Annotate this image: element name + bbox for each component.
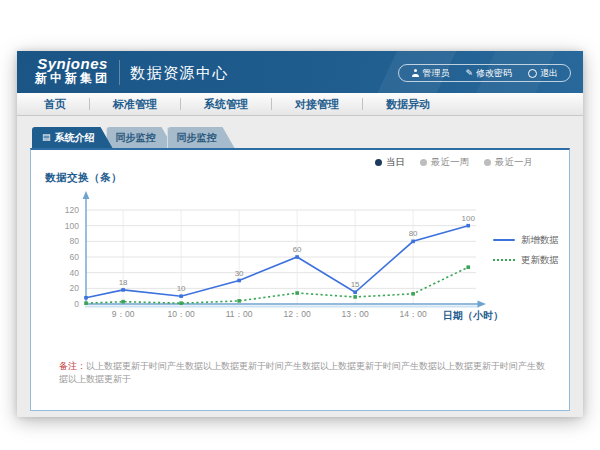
- svg-text:80: 80: [70, 236, 80, 246]
- change-password-button[interactable]: ✎ 修改密码: [457, 67, 520, 80]
- content-area: ▤ 系统介绍 同步监控 同步监控 当日 最近一周: [17, 117, 583, 417]
- svg-text:18: 18: [119, 278, 128, 287]
- note-text: 以上数据更新于时间产生数据以上数据更新于时间产生数据以上数据更新于时间产生数据以…: [59, 361, 545, 384]
- nav-item-system-mgmt[interactable]: 系统管理: [181, 97, 271, 112]
- user-icon: [411, 69, 419, 77]
- chart-legend: 新增数据 更新数据: [493, 230, 559, 270]
- tab-sync-monitor-1-label: 同步监控: [116, 131, 156, 145]
- svg-text:80: 80: [409, 229, 418, 238]
- filter-last-month[interactable]: 最近一月: [484, 156, 533, 169]
- company-logo: Synjones 新中新集团: [35, 55, 110, 86]
- svg-text:100: 100: [462, 214, 476, 223]
- svg-text:60: 60: [293, 245, 302, 254]
- chart-panel: 当日 最近一周 最近一月 数据交换（条） 9：0010：0011：0012：00…: [30, 148, 570, 411]
- filter-last-week[interactable]: 最近一周: [420, 156, 469, 169]
- radio-dot: [420, 159, 427, 166]
- note-label: 备注：: [59, 361, 86, 371]
- legend-swatch-new: [493, 239, 515, 241]
- x-axis-title: 日期（小时）: [443, 309, 503, 323]
- tab-sync-monitor-2-label: 同步监控: [177, 131, 217, 145]
- radio-dot: [484, 159, 491, 166]
- filter-today[interactable]: 当日: [375, 156, 405, 169]
- nav-item-standard-mgmt[interactable]: 标准管理: [90, 97, 180, 112]
- filter-today-label: 当日: [386, 156, 405, 169]
- main-nav: 首页 标准管理 系统管理 对接管理 数据异动: [17, 93, 583, 116]
- filter-last-month-label: 最近一月: [495, 156, 533, 169]
- legend-label-new: 新增数据: [521, 234, 559, 247]
- y-axis-title: 数据交换（条）: [45, 171, 122, 185]
- change-password-label: 修改密码: [476, 67, 512, 80]
- tab-system-intro-label: 系统介绍: [55, 131, 95, 145]
- svg-text:13：00: 13：00: [341, 309, 369, 319]
- tab-system-intro[interactable]: ▤ 系统介绍: [32, 127, 113, 148]
- edit-icon: ✎: [465, 69, 473, 77]
- page-title: 数据资源中心: [130, 64, 229, 83]
- svg-text:40: 40: [70, 268, 80, 278]
- admin-user-label: 管理员: [422, 67, 449, 80]
- filter-last-week-label: 最近一周: [431, 156, 469, 169]
- app-header: Synjones 新中新集团 数据资源中心 管理员 ✎ 修改密码 退出: [17, 51, 583, 93]
- svg-text:20: 20: [70, 283, 80, 293]
- nav-item-data-change[interactable]: 数据异动: [363, 97, 453, 112]
- logo-cn-text: 新中新集团: [35, 72, 110, 86]
- footer-note: 备注：以上数据更新于时间产生数据以上数据更新于时间产生数据以上数据更新于时间产生…: [59, 360, 553, 386]
- logout-label: 退出: [540, 67, 558, 80]
- legend-item-new-data[interactable]: 新增数据: [493, 230, 559, 250]
- svg-text:60: 60: [70, 252, 80, 262]
- legend-item-updated-data[interactable]: 更新数据: [493, 250, 559, 270]
- nav-item-interface-mgmt[interactable]: 对接管理: [272, 97, 362, 112]
- tab-bar: ▤ 系统介绍 同步监控 同步监控: [32, 127, 235, 148]
- svg-text:9：00: 9：00: [112, 309, 135, 319]
- nav-item-home[interactable]: 首页: [21, 97, 89, 112]
- svg-text:10: 10: [177, 284, 186, 293]
- document-icon: ▤: [42, 133, 51, 142]
- svg-text:100: 100: [65, 221, 79, 231]
- svg-text:12：00: 12：00: [283, 309, 311, 319]
- legend-label-update: 更新数据: [521, 254, 559, 267]
- tab-sync-monitor-2[interactable]: 同步监控: [167, 127, 235, 148]
- header-divider: [119, 60, 120, 85]
- svg-text:120: 120: [65, 205, 79, 215]
- svg-text:14：00: 14：00: [399, 309, 427, 319]
- logo-en-text: Synjones: [35, 55, 110, 72]
- power-icon: [528, 69, 537, 78]
- svg-text:30: 30: [235, 269, 244, 278]
- svg-text:10：00: 10：00: [167, 309, 195, 319]
- radio-dot: [375, 159, 382, 166]
- admin-user-button[interactable]: 管理员: [403, 67, 457, 80]
- svg-text:0: 0: [74, 299, 79, 309]
- tab-sync-monitor-1[interactable]: 同步监控: [106, 127, 174, 148]
- legend-swatch-update: [493, 259, 515, 261]
- time-range-filters: 当日 最近一周 最近一月: [375, 156, 533, 169]
- user-menu: 管理员 ✎ 修改密码 退出: [398, 64, 571, 82]
- logout-button[interactable]: 退出: [520, 67, 566, 80]
- svg-text:15: 15: [351, 280, 360, 289]
- svg-text:11：00: 11：00: [226, 309, 253, 319]
- app-window: Synjones 新中新集团 数据资源中心 管理员 ✎ 修改密码 退出 首页 标…: [17, 51, 583, 417]
